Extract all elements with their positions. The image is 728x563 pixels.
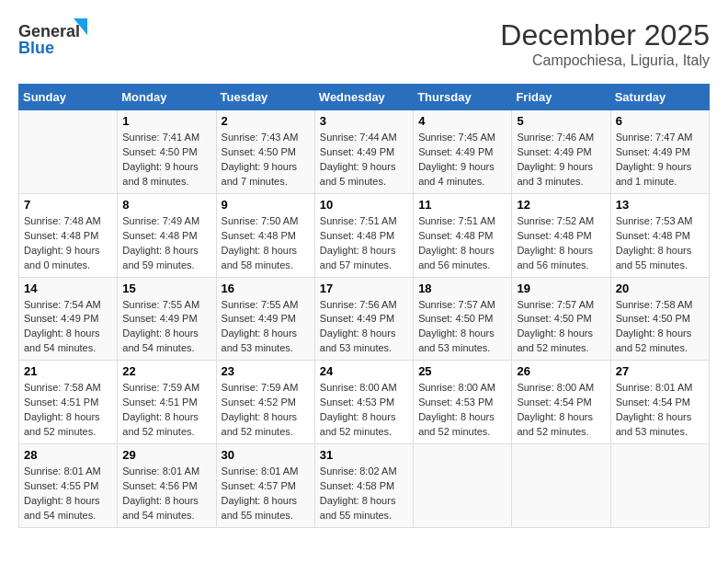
day-info: Sunrise: 8:01 AMSunset: 4:54 PMDaylight:… bbox=[616, 381, 704, 440]
calendar-header-row: SundayMondayTuesdayWednesdayThursdayFrid… bbox=[19, 85, 710, 110]
day-info: Sunrise: 7:53 AMSunset: 4:48 PMDaylight:… bbox=[616, 214, 704, 273]
day-info: Sunrise: 7:41 AMSunset: 4:50 PMDaylight:… bbox=[122, 131, 210, 190]
calendar-cell: 17Sunrise: 7:56 AMSunset: 4:49 PMDayligh… bbox=[314, 277, 413, 361]
calendar-cell: 29Sunrise: 8:01 AMSunset: 4:56 PMDayligh… bbox=[118, 444, 216, 528]
calendar-cell: 16Sunrise: 7:55 AMSunset: 4:49 PMDayligh… bbox=[216, 277, 314, 361]
calendar-cell: 22Sunrise: 7:59 AMSunset: 4:51 PMDayligh… bbox=[118, 361, 216, 444]
calendar-cell: 2Sunrise: 7:43 AMSunset: 4:50 PMDaylight… bbox=[216, 110, 314, 194]
title-area: December 2025 Campochiesa, Liguria, Ital… bbox=[500, 18, 710, 69]
day-info: Sunrise: 7:57 AMSunset: 4:50 PMDaylight:… bbox=[418, 298, 506, 357]
day-number: 2 bbox=[222, 114, 310, 128]
calendar-cell: 27Sunrise: 8:01 AMSunset: 4:54 PMDayligh… bbox=[610, 361, 709, 444]
day-number: 7 bbox=[24, 198, 112, 212]
calendar-weekday-sunday: Sunday bbox=[19, 85, 118, 110]
day-info: Sunrise: 7:58 AMSunset: 4:50 PMDaylight:… bbox=[616, 298, 704, 357]
calendar-week-row: 1Sunrise: 7:41 AMSunset: 4:50 PMDaylight… bbox=[19, 110, 710, 194]
calendar-cell: 24Sunrise: 8:00 AMSunset: 4:53 PMDayligh… bbox=[314, 361, 413, 444]
calendar-cell: 1Sunrise: 7:41 AMSunset: 4:50 PMDaylight… bbox=[118, 110, 216, 194]
calendar-cell: 8Sunrise: 7:49 AMSunset: 4:48 PMDaylight… bbox=[118, 193, 216, 277]
day-number: 31 bbox=[320, 448, 408, 462]
calendar-week-row: 21Sunrise: 7:58 AMSunset: 4:51 PMDayligh… bbox=[19, 361, 710, 444]
day-info: Sunrise: 7:57 AMSunset: 4:50 PMDaylight:… bbox=[517, 298, 605, 357]
header: GeneralBlue December 2025 Campochiesa, L… bbox=[18, 18, 710, 69]
day-info: Sunrise: 7:59 AMSunset: 4:52 PMDaylight:… bbox=[222, 381, 310, 440]
calendar-cell: 6Sunrise: 7:47 AMSunset: 4:49 PMDaylight… bbox=[610, 110, 709, 194]
month-title: December 2025 bbox=[500, 18, 710, 52]
calendar-cell: 11Sunrise: 7:51 AMSunset: 4:48 PMDayligh… bbox=[414, 193, 512, 277]
day-number: 20 bbox=[616, 282, 704, 295]
day-number: 30 bbox=[222, 448, 310, 462]
calendar-cell: 19Sunrise: 7:57 AMSunset: 4:50 PMDayligh… bbox=[512, 277, 610, 361]
day-number: 19 bbox=[517, 282, 605, 295]
day-info: Sunrise: 7:55 AMSunset: 4:49 PMDaylight:… bbox=[122, 298, 210, 357]
day-number: 12 bbox=[517, 198, 605, 212]
day-info: Sunrise: 7:44 AMSunset: 4:49 PMDaylight:… bbox=[320, 131, 408, 190]
calendar-week-row: 7Sunrise: 7:48 AMSunset: 4:48 PMDaylight… bbox=[19, 193, 710, 277]
day-number: 23 bbox=[222, 364, 310, 378]
calendar-weekday-wednesday: Wednesday bbox=[314, 85, 413, 110]
calendar-weekday-thursday: Thursday bbox=[414, 85, 512, 110]
day-info: Sunrise: 7:51 AMSunset: 4:48 PMDaylight:… bbox=[320, 214, 408, 273]
svg-text:Blue: Blue bbox=[18, 39, 54, 57]
day-number: 25 bbox=[418, 364, 506, 378]
day-info: Sunrise: 8:00 AMSunset: 4:53 PMDaylight:… bbox=[320, 381, 408, 440]
day-number: 4 bbox=[418, 114, 506, 128]
calendar-cell: 3Sunrise: 7:44 AMSunset: 4:49 PMDaylight… bbox=[314, 110, 413, 194]
calendar-cell: 23Sunrise: 7:59 AMSunset: 4:52 PMDayligh… bbox=[216, 361, 314, 444]
day-info: Sunrise: 7:46 AMSunset: 4:49 PMDaylight:… bbox=[517, 131, 605, 190]
day-number: 1 bbox=[122, 114, 210, 128]
day-info: Sunrise: 8:01 AMSunset: 4:55 PMDaylight:… bbox=[24, 465, 112, 523]
day-info: Sunrise: 7:50 AMSunset: 4:48 PMDaylight:… bbox=[222, 214, 310, 273]
calendar-weekday-saturday: Saturday bbox=[610, 85, 709, 110]
calendar-cell bbox=[610, 444, 709, 528]
logo-svg: GeneralBlue bbox=[18, 18, 92, 57]
day-info: Sunrise: 8:01 AMSunset: 4:57 PMDaylight:… bbox=[222, 465, 310, 523]
calendar-cell: 20Sunrise: 7:58 AMSunset: 4:50 PMDayligh… bbox=[610, 277, 709, 361]
day-number: 16 bbox=[222, 282, 310, 295]
day-info: Sunrise: 7:59 AMSunset: 4:51 PMDaylight:… bbox=[122, 381, 210, 440]
calendar-cell: 13Sunrise: 7:53 AMSunset: 4:48 PMDayligh… bbox=[610, 193, 709, 277]
subtitle: Campochiesa, Liguria, Italy bbox=[500, 52, 710, 69]
calendar-cell: 5Sunrise: 7:46 AMSunset: 4:49 PMDaylight… bbox=[512, 110, 610, 194]
day-number: 17 bbox=[320, 282, 408, 295]
calendar-cell: 21Sunrise: 7:58 AMSunset: 4:51 PMDayligh… bbox=[19, 361, 118, 444]
calendar-cell: 7Sunrise: 7:48 AMSunset: 4:48 PMDaylight… bbox=[19, 193, 118, 277]
calendar-cell: 25Sunrise: 8:00 AMSunset: 4:53 PMDayligh… bbox=[414, 361, 512, 444]
calendar-weekday-tuesday: Tuesday bbox=[216, 85, 314, 110]
calendar-week-row: 28Sunrise: 8:01 AMSunset: 4:55 PMDayligh… bbox=[19, 444, 710, 528]
day-number: 11 bbox=[418, 198, 506, 212]
day-number: 10 bbox=[320, 198, 408, 212]
calendar-cell: 12Sunrise: 7:52 AMSunset: 4:48 PMDayligh… bbox=[512, 193, 610, 277]
day-number: 21 bbox=[24, 364, 112, 378]
day-number: 28 bbox=[24, 448, 112, 462]
day-number: 22 bbox=[122, 364, 210, 378]
day-number: 3 bbox=[320, 114, 408, 128]
day-info: Sunrise: 7:58 AMSunset: 4:51 PMDaylight:… bbox=[24, 381, 112, 440]
calendar-cell: 26Sunrise: 8:00 AMSunset: 4:54 PMDayligh… bbox=[512, 361, 610, 444]
day-number: 9 bbox=[222, 198, 310, 212]
day-info: Sunrise: 8:00 AMSunset: 4:54 PMDaylight:… bbox=[517, 381, 605, 440]
day-number: 18 bbox=[418, 282, 506, 295]
day-info: Sunrise: 7:43 AMSunset: 4:50 PMDaylight:… bbox=[222, 131, 310, 190]
calendar-cell: 31Sunrise: 8:02 AMSunset: 4:58 PMDayligh… bbox=[314, 444, 413, 528]
day-number: 8 bbox=[122, 198, 210, 212]
day-number: 15 bbox=[122, 282, 210, 295]
day-number: 26 bbox=[517, 364, 605, 378]
calendar-cell bbox=[512, 444, 610, 528]
day-info: Sunrise: 7:49 AMSunset: 4:48 PMDaylight:… bbox=[122, 214, 210, 273]
day-info: Sunrise: 7:51 AMSunset: 4:48 PMDaylight:… bbox=[418, 214, 506, 273]
svg-text:General: General bbox=[18, 22, 80, 40]
calendar-cell: 30Sunrise: 8:01 AMSunset: 4:57 PMDayligh… bbox=[216, 444, 314, 528]
day-number: 14 bbox=[24, 282, 112, 295]
calendar-cell: 14Sunrise: 7:54 AMSunset: 4:49 PMDayligh… bbox=[19, 277, 118, 361]
day-info: Sunrise: 7:52 AMSunset: 4:48 PMDaylight:… bbox=[517, 214, 605, 273]
day-info: Sunrise: 7:55 AMSunset: 4:49 PMDaylight:… bbox=[222, 298, 310, 357]
day-number: 27 bbox=[616, 364, 704, 378]
day-number: 13 bbox=[616, 198, 704, 212]
calendar-weekday-friday: Friday bbox=[512, 85, 610, 110]
calendar-weekday-monday: Monday bbox=[118, 85, 216, 110]
calendar-cell: 18Sunrise: 7:57 AMSunset: 4:50 PMDayligh… bbox=[414, 277, 512, 361]
calendar-week-row: 14Sunrise: 7:54 AMSunset: 4:49 PMDayligh… bbox=[19, 277, 710, 361]
calendar-cell: 15Sunrise: 7:55 AMSunset: 4:49 PMDayligh… bbox=[118, 277, 216, 361]
day-number: 5 bbox=[517, 114, 605, 128]
